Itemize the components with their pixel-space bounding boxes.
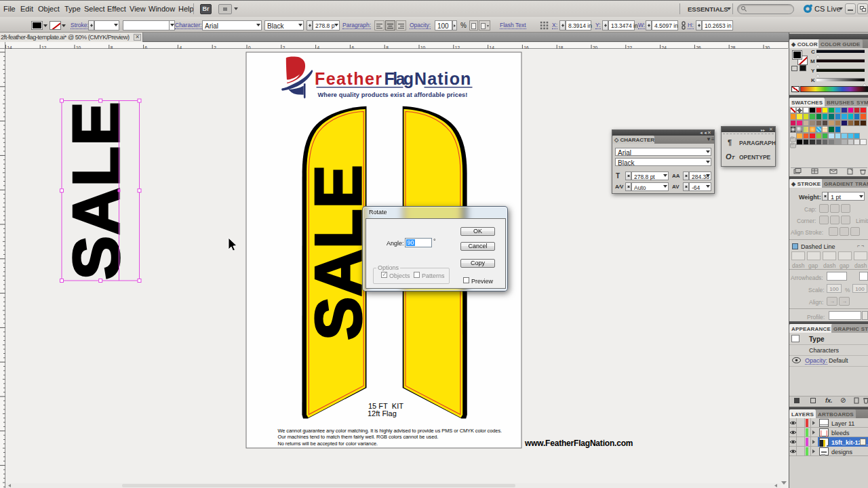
svg-text:www.FeatherFlagNation.com: www.FeatherFlagNation.com xyxy=(524,439,633,448)
svg-text:SALE: SALE xyxy=(60,101,132,280)
svg-text:Where quality products exist a: Where quality products exist at affordab… xyxy=(318,92,468,98)
svg-text:Our machines tend to match the: Our machines tend to match them fairly w… xyxy=(278,434,439,440)
svg-text:Nation: Nation xyxy=(414,69,471,88)
svg-text:No returns will be accepted fo: No returns will be accepted for color va… xyxy=(278,441,378,447)
svg-text:We cannot guarantee any color: We cannot guarantee any color matching. … xyxy=(278,428,502,434)
svg-text:Flag: Flag xyxy=(384,69,413,88)
svg-text:Feather: Feather xyxy=(315,69,382,88)
svg-text:12ft Flag: 12ft Flag xyxy=(368,409,397,418)
